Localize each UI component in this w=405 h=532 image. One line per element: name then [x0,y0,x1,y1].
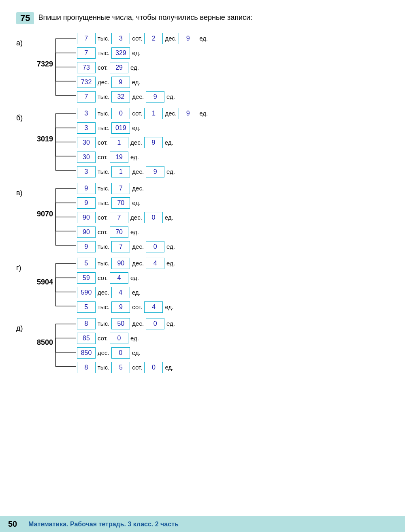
value-box-v-4-4[interactable]: 0 [146,241,164,252]
unit-text-b-4-1: тыс. [98,168,109,175]
value-box-d-0-2[interactable]: 50 [111,318,130,329]
value-box-v-1-0[interactable]: 9 [77,197,96,209]
value-box-g-0-0[interactable]: 5 [77,258,96,269]
section-label-d: д) [16,317,30,333]
row-d-2: 850дес.0ед. [77,346,175,359]
value-box-b-1-0[interactable]: 3 [77,122,96,134]
row-b-4: 3тыс.1дес.9ед. [77,165,208,178]
value-box-v-4-0[interactable]: 9 [77,241,96,252]
value-box-a-2-0[interactable]: 73 [77,62,96,73]
value-box-b-0-0[interactable]: 3 [77,108,96,119]
value-box-b-2-4[interactable]: 9 [144,137,163,148]
value-box-v-0-0[interactable]: 9 [77,183,96,194]
value-box-b-0-4[interactable]: 1 [144,108,163,119]
value-box-g-1-0[interactable]: 59 [77,272,96,284]
value-box-a-0-6[interactable]: 9 [179,33,197,44]
value-box-g-3-4[interactable]: 4 [144,301,163,313]
value-box-d-2-2[interactable]: 0 [111,347,130,359]
value-box-a-4-2[interactable]: 32 [111,91,130,103]
row-b-3: 30сот.19ед. [77,150,208,164]
value-box-b-4-0[interactable]: 3 [77,166,96,177]
unit-text-g-3-3: сот. [132,303,142,310]
row-v-2: 90сот.7дес.0ед. [77,211,175,224]
row-v-3: 90сот.70ед. [77,225,175,239]
value-box-b-3-2[interactable]: 19 [110,152,128,163]
unit-text-v-2-5: ед. [165,214,173,221]
unit-text-v-1-3: ед. [132,199,141,206]
value-box-a-2-2[interactable]: 29 [110,62,128,73]
row-b-0: 3тыс.0сот.1дес.9ед. [77,107,208,120]
value-box-b-4-4[interactable]: 9 [146,166,164,177]
footer-page: 50 [8,519,20,529]
value-box-d-3-4[interactable]: 0 [144,362,163,373]
unit-text-b-4-3: дес. [132,168,144,175]
value-box-g-1-2[interactable]: 4 [110,272,128,284]
unit-text-d-3-1: тыс. [98,364,109,371]
unit-text-g-2-3: ед. [132,289,141,296]
value-box-d-0-0[interactable]: 8 [77,318,96,329]
value-box-g-0-2[interactable]: 90 [111,258,130,269]
value-box-v-3-0[interactable]: 90 [77,226,96,238]
value-box-d-3-2[interactable]: 5 [111,362,130,373]
value-box-a-0-0[interactable]: 7 [77,33,96,44]
unit-text-v-0-3: дес. [132,185,144,192]
value-box-g-2-2[interactable]: 4 [111,287,130,298]
unit-text-b-0-1: тыс. [98,110,109,117]
value-box-b-2-2[interactable]: 1 [110,137,128,148]
connector-svg-v [55,182,77,252]
value-box-v-3-2[interactable]: 70 [110,226,128,238]
value-box-a-0-4[interactable]: 2 [144,33,163,44]
unit-text-v-4-1: тыс. [98,243,109,250]
unit-text-v-3-3: ед. [130,229,139,235]
unit-text-a-2-3: ед. [130,64,139,71]
main-number-b: 3019 [30,107,55,143]
value-box-a-4-4[interactable]: 9 [146,91,164,103]
unit-text-a-2-1: сот. [98,64,108,71]
value-box-b-1-2[interactable]: 019 [111,122,130,134]
unit-text-g-2-1: дес. [98,289,109,296]
unit-text-b-4-5: ед. [166,168,175,175]
task-number: 75 [16,12,34,24]
value-box-b-0-2[interactable]: 0 [111,108,130,119]
value-box-d-1-0[interactable]: 85 [77,333,96,344]
unit-text-d-2-1: дес. [98,349,109,356]
value-box-v-4-2[interactable]: 7 [111,241,130,252]
value-box-g-2-0[interactable]: 590 [77,287,96,298]
value-box-d-3-0[interactable]: 8 [77,362,96,373]
section-v: в)90709тыс.7дес.9тыс.70ед.90сот.7дес.0ед… [16,182,389,253]
value-box-a-3-0[interactable]: 732 [77,77,96,88]
value-box-g-0-4[interactable]: 4 [146,258,164,269]
value-box-b-0-6[interactable]: 9 [179,108,197,119]
unit-text-a-1-1: тыс. [98,49,109,56]
value-box-b-4-2[interactable]: 1 [111,166,130,177]
value-box-v-2-2[interactable]: 7 [110,212,128,223]
value-box-a-1-0[interactable]: 7 [77,47,96,59]
value-box-b-3-0[interactable]: 30 [77,152,96,163]
value-box-v-2-4[interactable]: 0 [144,212,163,223]
unit-text-a-4-1: тыс. [98,93,109,100]
footer-text: Математика. Рабочая тетрадь. 3 класс. 2 … [28,521,179,528]
value-box-a-0-2[interactable]: 3 [111,33,130,44]
value-box-b-2-0[interactable]: 30 [77,137,96,148]
section-label-b: б) [16,107,30,122]
value-box-a-1-2[interactable]: 329 [111,47,130,59]
unit-text-a-3-1: дес. [98,79,109,85]
value-box-d-0-4[interactable]: 0 [146,318,164,329]
value-box-v-1-2[interactable]: 70 [111,197,130,209]
unit-text-a-0-3: сот. [132,35,142,42]
value-box-g-3-0[interactable]: 5 [77,301,96,313]
value-box-g-3-2[interactable]: 9 [111,301,130,313]
value-box-a-3-2[interactable]: 9 [111,77,130,88]
unit-text-v-2-3: дес. [130,214,142,221]
value-box-d-2-0[interactable]: 850 [77,347,96,359]
value-box-v-2-0[interactable]: 90 [77,212,96,223]
unit-text-b-1-1: тыс. [98,124,109,131]
value-box-v-0-2[interactable]: 7 [111,183,130,194]
value-box-d-1-2[interactable]: 0 [110,333,128,344]
unit-text-g-1-1: сот. [98,274,108,281]
value-box-a-4-0[interactable]: 7 [77,91,96,103]
page: 75 Впиши пропущенные числа, чтобы получи… [0,0,405,532]
section-label-v: в) [16,182,30,197]
unit-text-v-4-3: дес. [132,243,144,250]
unit-text-b-3-1: сот. [98,154,108,160]
